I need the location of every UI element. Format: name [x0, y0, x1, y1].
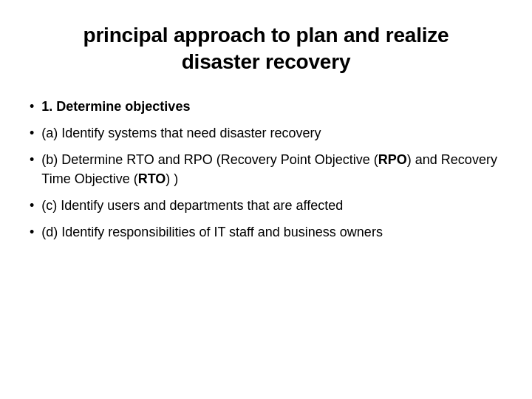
- list-item-text: (c) Identify users and departments that …: [41, 196, 502, 215]
- list-item-text: 1. Determine objectives: [41, 97, 502, 116]
- content-block: • 1. Determine objectives • (a) Identify…: [30, 97, 502, 250]
- list-item: • 1. Determine objectives: [30, 97, 502, 116]
- title-line1: principal approach to plan and realize: [83, 22, 449, 49]
- bullet-symbol: •: [30, 150, 34, 169]
- slide-title: principal approach to plan and realize d…: [83, 22, 449, 76]
- bullet-symbol: •: [30, 196, 34, 215]
- list-item-text: (b) Determine RTO and RPO (Recovery Poin…: [41, 150, 502, 188]
- title-line2: disaster recovery: [83, 49, 449, 75]
- list-item: • (d) Identify responsibilities of IT st…: [30, 222, 502, 242]
- bullet-symbol: •: [30, 97, 34, 116]
- list-item: • (b) Determine RTO and RPO (Recovery Po…: [30, 150, 502, 188]
- list-item-text: (a) Identify systems that need disaster …: [41, 123, 502, 143]
- bullet-list: • 1. Determine objectives • (a) Identify…: [30, 97, 502, 242]
- bullet-symbol: •: [30, 222, 34, 242]
- list-item: • (a) Identify systems that need disaste…: [30, 123, 502, 143]
- list-item-text: (d) Identify responsibilities of IT staf…: [41, 222, 502, 242]
- list-item: • (c) Identify users and departments tha…: [30, 196, 502, 215]
- bullet-symbol: •: [30, 123, 34, 143]
